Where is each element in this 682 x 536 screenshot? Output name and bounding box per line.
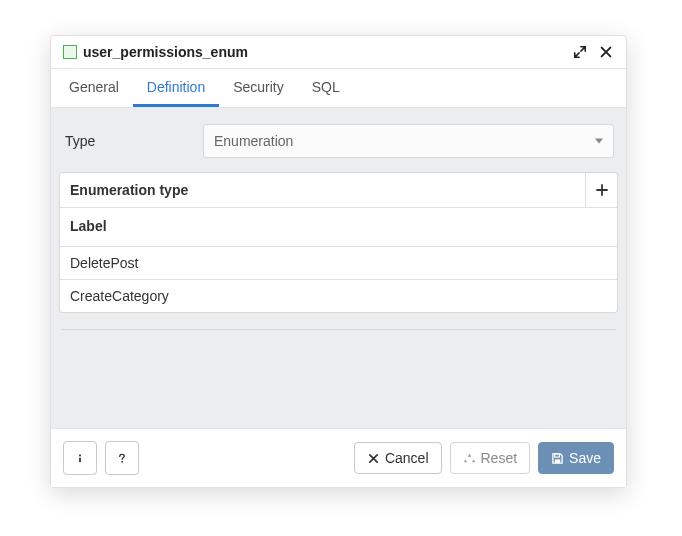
type-row: Type Enumeration — [59, 118, 618, 172]
tab-security[interactable]: Security — [219, 69, 298, 107]
dialog-header: user_permissions_enum — [51, 36, 626, 69]
expand-icon — [573, 45, 587, 59]
enumeration-header: Enumeration type — [60, 173, 617, 208]
definition-panel: Type Enumeration Enumeration type Label … — [51, 108, 626, 428]
save-label: Save — [569, 450, 601, 466]
type-select[interactable]: Enumeration — [203, 124, 614, 158]
tab-bar: General Definition Security SQL — [51, 69, 626, 108]
svg-point-2 — [121, 460, 123, 462]
close-icon — [367, 452, 380, 465]
tab-general[interactable]: General — [55, 69, 133, 107]
enumeration-panel: Enumeration type Label DeletePost Create… — [59, 172, 618, 313]
reset-button[interactable]: Reset — [450, 442, 531, 474]
tab-definition[interactable]: Definition — [133, 69, 219, 107]
header-actions — [572, 44, 614, 60]
info-icon — [74, 452, 86, 465]
info-button[interactable] — [63, 441, 97, 475]
type-dialog: user_permissions_enum General Definition… — [50, 35, 627, 488]
enum-row[interactable]: DeletePost — [60, 247, 617, 280]
chevron-down-icon — [595, 139, 603, 144]
cancel-button[interactable]: Cancel — [354, 442, 442, 474]
question-icon — [116, 452, 128, 465]
save-button[interactable]: Save — [538, 442, 614, 474]
tab-sql[interactable]: SQL — [298, 69, 354, 107]
dialog-footer: Cancel Reset Save — [51, 428, 626, 487]
svg-rect-4 — [555, 459, 561, 463]
type-label: Type — [63, 133, 203, 149]
type-icon — [63, 45, 77, 59]
svg-rect-3 — [555, 453, 560, 456]
dialog-title: user_permissions_enum — [83, 44, 572, 60]
close-icon — [599, 45, 613, 59]
svg-rect-1 — [79, 457, 81, 462]
enum-column-header: Label — [60, 208, 617, 247]
maximize-button[interactable] — [572, 44, 588, 60]
recycle-icon — [463, 452, 476, 465]
reset-label: Reset — [481, 450, 518, 466]
enumeration-title: Enumeration type — [60, 173, 585, 207]
close-button[interactable] — [598, 44, 614, 60]
type-select-value: Enumeration — [214, 133, 293, 149]
enum-row[interactable]: CreateCategory — [60, 280, 617, 312]
add-enum-button[interactable] — [585, 173, 617, 207]
save-icon — [551, 452, 564, 465]
svg-point-0 — [79, 454, 81, 456]
plus-icon — [596, 184, 608, 196]
help-button[interactable] — [105, 441, 139, 475]
divider — [61, 329, 616, 330]
cancel-label: Cancel — [385, 450, 429, 466]
